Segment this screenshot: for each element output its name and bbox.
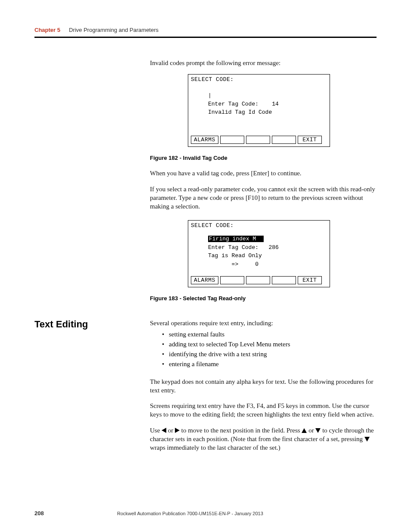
- error-line: Invalid Tag Id Code: [208, 108, 327, 117]
- figure-caption-182: Figure 182 - Invalid Tag Code: [150, 155, 377, 161]
- arrow-down-icon: [364, 437, 370, 442]
- enter-tag-line: Enter Tag Code: 14: [208, 100, 327, 109]
- terminal-screen-invalid-tag: SELECT CODE: | Enter Tag Code: 14 Invali…: [188, 74, 330, 147]
- arrow-down-icon: [315, 428, 321, 433]
- empty-button: [272, 276, 296, 284]
- cursor-line: |: [208, 91, 327, 100]
- screen-title: SELECT CODE:: [191, 222, 327, 229]
- readonly-line: Tag is Read Only: [208, 252, 327, 260]
- arrow-right-icon: [175, 428, 180, 433]
- alarms-button[interactable]: ALARMS: [191, 136, 218, 144]
- body-paragraph: Screens requiring text entry have the F3…: [150, 401, 377, 419]
- empty-button: [272, 136, 296, 144]
- body-paragraph-arrows: Use or to move to the next position in t…: [150, 426, 377, 452]
- page-number: 208: [34, 510, 44, 516]
- figure-caption-183: Figure 183 - Selected Tag Read-only: [150, 295, 377, 302]
- enter-tag-line: Enter Tag Code: 286: [208, 243, 327, 252]
- text-editing-intro: Several operations require text entry, i…: [150, 319, 377, 327]
- page-header: Chapter 5 Drive Programming and Paramete…: [34, 27, 377, 38]
- body-paragraph: When you have a valid tag code, press [E…: [150, 169, 377, 177]
- chapter-label: Chapter 5: [34, 27, 60, 33]
- exit-button[interactable]: EXIT: [298, 276, 322, 284]
- screen-title: SELECT CODE:: [191, 76, 327, 83]
- text-editing-list: setting external faults adding text to s…: [162, 330, 377, 370]
- intro-paragraph: Invalid codes prompt the following error…: [150, 59, 377, 67]
- list-item: identifying the drive with a text string: [162, 349, 377, 359]
- arrow-up-icon: [302, 428, 307, 433]
- list-item: setting external faults: [162, 330, 377, 339]
- body-paragraph: If you select a read-only parameter code…: [150, 185, 377, 211]
- list-item: entering a filename: [162, 359, 377, 369]
- section-heading-text-editing: Text Editing: [34, 319, 150, 330]
- highlighted-tag-name: Firing index M: [208, 235, 327, 243]
- empty-button: [220, 276, 244, 284]
- alarms-button[interactable]: ALARMS: [191, 276, 218, 284]
- terminal-screen-readonly-tag: SELECT CODE: Firing index M Enter Tag Co…: [188, 220, 330, 287]
- publication-info: Rockwell Automation Publication 7000-UM1…: [117, 511, 263, 516]
- list-item: adding text to selected Top Level Menu m…: [162, 339, 377, 349]
- chapter-title: Drive Programming and Parameters: [69, 27, 159, 33]
- empty-button: [246, 276, 270, 284]
- arrow-left-icon: [162, 428, 166, 433]
- value-line: => 0: [208, 260, 327, 269]
- exit-button[interactable]: EXIT: [298, 136, 322, 144]
- empty-button: [220, 136, 244, 144]
- empty-button: [246, 136, 270, 144]
- body-paragraph: The keypad does not contain any alpha ke…: [150, 377, 377, 395]
- page-footer: 208 Rockwell Automation Publication 7000…: [34, 510, 377, 516]
